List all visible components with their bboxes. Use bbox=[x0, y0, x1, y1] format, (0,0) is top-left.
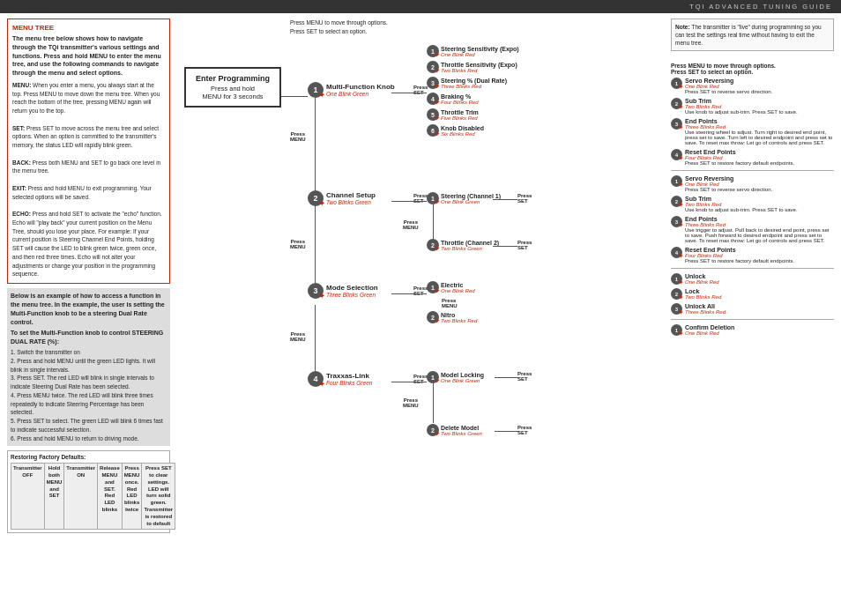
ml-sub-2-sub: Two Blinks Red bbox=[685, 294, 721, 300]
menu-desc-menu: When you enter a menu, you always start … bbox=[12, 82, 160, 114]
dm-sub: Two Blinks Green bbox=[441, 431, 482, 436]
confirm-deletion: 1 ✦ Confirm Deletion One Blink Red bbox=[671, 324, 834, 336]
press-menu-1-2: PressMENU bbox=[290, 131, 306, 142]
ch2-sub: Two Blinks Green bbox=[441, 246, 499, 251]
opt-1-5: Throttle Trim bbox=[441, 109, 479, 115]
ch2-sub-4: 4 ✦ Reset End Points Four Blinks Red Pre… bbox=[671, 247, 834, 263]
ml-sub-1-sub: One Blink Red bbox=[685, 279, 719, 285]
menu-term-echo: ECHO: bbox=[12, 211, 33, 217]
ch1-label: Steering (Channel 1) bbox=[441, 193, 501, 199]
factory-title: Restoring Factory Defaults: bbox=[11, 454, 167, 460]
press-set-2: PressSET bbox=[413, 193, 428, 204]
ch2-sub-4-desc: Press SET to restore factory default end… bbox=[685, 258, 794, 263]
line-entry-to-1 bbox=[281, 96, 308, 97]
ml-sub-3-label: Unlock All bbox=[685, 303, 726, 309]
line-ch1-set bbox=[493, 199, 517, 200]
menu-2: 2 ✦ Channel Setup Two Blinks Green bbox=[308, 190, 376, 206]
top-info: Press MENU to move through options. Pres… bbox=[290, 19, 388, 36]
example-title: Below is an example of how to access a f… bbox=[11, 292, 167, 326]
press-set-4: PressSET bbox=[413, 374, 428, 384]
menu-tree-items: MENU: When you enter a menu, you always … bbox=[12, 81, 165, 278]
ch1-sub-1-label: Servo Reversing bbox=[685, 78, 772, 84]
mode-2-sub: Two Blinks Red bbox=[441, 318, 477, 323]
opt-1-3: Steering % (Dual Rate) bbox=[441, 78, 507, 84]
cd-sub: One Blink Red bbox=[685, 330, 734, 336]
vline-2-3 bbox=[315, 212, 316, 283]
menu-term-exit: EXIT: bbox=[12, 185, 28, 191]
press-set-ch2: PressSET bbox=[517, 240, 532, 250]
press-set-dm: PressSET bbox=[517, 425, 532, 435]
vline-tl bbox=[433, 383, 434, 423]
factory-table: Transmitter OFF Hold both MENU and SET T… bbox=[11, 463, 175, 530]
opt-1-3-sub: Three Blinks Red bbox=[441, 84, 507, 89]
ch1-sub-1-desc: Press SET to reverse servo direction. bbox=[685, 89, 772, 94]
ml-label: Model Locking bbox=[441, 372, 484, 378]
delete-model: 2 ✦ Delete ModelTwo Blinks Green bbox=[427, 424, 482, 436]
line-3 bbox=[391, 293, 427, 294]
ch1-sub: One Blink Green bbox=[441, 199, 501, 204]
ml-sub-3-sub: Three Blinks Red bbox=[685, 309, 726, 315]
ch1-sub-2: 2 ✦ Sub Trim Two Blinks Red Use knob to … bbox=[671, 98, 834, 115]
ch2-sub-3-label: End Points bbox=[685, 216, 834, 222]
press-menu-mode: PressMENU bbox=[442, 298, 477, 308]
header: TQi ADVANCED TUNING GUIDE bbox=[0, 0, 841, 13]
ch1-sub-3-label: End Points bbox=[685, 118, 834, 124]
ml-sub-1-label: Unlock bbox=[685, 273, 719, 279]
col-press-set: Press SET to clear settings. LED will tu… bbox=[142, 464, 175, 530]
mode-2: Nitro bbox=[441, 312, 477, 318]
menu-tree-title: MENU TREE bbox=[12, 24, 165, 32]
mode-1-sub: One Blink Red bbox=[441, 288, 475, 293]
opt-1-6-sub: Six Blinks Red bbox=[441, 131, 484, 137]
ch2-sub-4-label: Reset End Points bbox=[685, 247, 794, 253]
menu-tree-box: MENU TREE The menu tree below shows how … bbox=[7, 19, 170, 284]
note-box: Note: The transmitter is "live" during p… bbox=[671, 19, 834, 51]
model-locking: 1 ✦ Model LockingOne Blink Green bbox=[427, 371, 484, 383]
col-on: Transmitter ON bbox=[64, 464, 98, 530]
ch2-sub-1-label: Servo Reversing bbox=[685, 175, 772, 182]
ch1-sub-options: Press MENU to move through options.Press… bbox=[671, 63, 834, 339]
line-dm bbox=[495, 431, 519, 432]
dm-label: Delete Model bbox=[441, 425, 482, 431]
ch2-sub-2-label: Sub Trim bbox=[685, 196, 798, 202]
ch1-sub-4-desc: Press SET to restore factory default end… bbox=[685, 160, 794, 166]
center-panel: Press MENU to move through options. Pres… bbox=[175, 19, 666, 591]
press-set-3: PressSET bbox=[413, 286, 428, 296]
press-menu-3-4: PressMENU bbox=[290, 331, 306, 342]
opt-1-4: Braking % bbox=[441, 93, 479, 100]
line-4 bbox=[391, 382, 427, 382]
opt-1-2-sub: Two Blinks Red bbox=[441, 68, 517, 73]
menu-desc-exit: Press and hold MENU to exit programming.… bbox=[12, 185, 152, 200]
menu-desc-set: Press SET to move across the menu tree a… bbox=[12, 125, 159, 149]
col-press-menu: Press MENU once. Red LED blinks twice bbox=[122, 464, 142, 530]
line-ml bbox=[495, 377, 519, 378]
menu-2-sublabel: Two Blinks Green bbox=[326, 199, 376, 205]
main-content: MENU TREE The menu tree below shows how … bbox=[0, 13, 841, 597]
ml-sub-options: 1 ✦ Unlock One Blink Red 2 ✦ bbox=[671, 268, 834, 315]
menu-term-menu: MENU: bbox=[12, 82, 33, 88]
ml-sub-1: 1 ✦ Unlock One Blink Red bbox=[671, 273, 834, 285]
left-panel: MENU TREE The menu tree below shows how … bbox=[7, 19, 170, 591]
ch2-sub-1-desc: Press SET to reverse servo direction. bbox=[685, 187, 772, 192]
opt-1-1-sub: One Blink Red bbox=[441, 52, 519, 57]
ml-sub: One Blink Green bbox=[441, 378, 484, 383]
menu-1-star: ✦ bbox=[318, 90, 325, 100]
line-1-to-opts bbox=[391, 93, 427, 93]
ch1-sub-4-label: Reset End Points bbox=[685, 149, 794, 155]
ch1-sub-2-label: Sub Trim bbox=[685, 98, 798, 104]
ch2-sub-2: 2 ✦ Sub Trim Two Blinks Red Use knob to … bbox=[671, 196, 834, 212]
flow-area: Press MENU to move through options. Pres… bbox=[175, 19, 666, 591]
top-info-line2: Press SET to select an option. bbox=[290, 27, 388, 36]
menu-1-options: 1 ✦ Steering Sensitivity (Expo)One Blink… bbox=[427, 45, 519, 140]
ch2-label: Throttle (Channel 2) bbox=[441, 240, 499, 246]
top-info-line1: Press MENU to move through options. bbox=[290, 19, 388, 27]
menu-desc-back: Press both MENU and SET to go back one l… bbox=[12, 160, 160, 174]
ch2-sub-1: 1 ✦ Servo Reversing One Blink Red Press … bbox=[671, 175, 834, 192]
menu-1-sublabel: One Blink Green bbox=[326, 91, 395, 97]
menu-1-label: Multi-Function Knob bbox=[326, 83, 395, 91]
menu-3: 3 ✦ Mode Selection Three Blinks Green bbox=[308, 283, 378, 299]
menu-1-labels: Multi-Function Knob One Blink Green bbox=[326, 83, 395, 97]
press-menu-tl: PressMENU bbox=[403, 397, 419, 408]
menu-term-back: BACK: bbox=[12, 160, 33, 166]
entry-box: Enter Programming Press and hold MENU fo… bbox=[184, 67, 281, 108]
ch1-sub-4: 4 ✦ Reset End Points Four Blinks Red Pre… bbox=[671, 149, 834, 166]
